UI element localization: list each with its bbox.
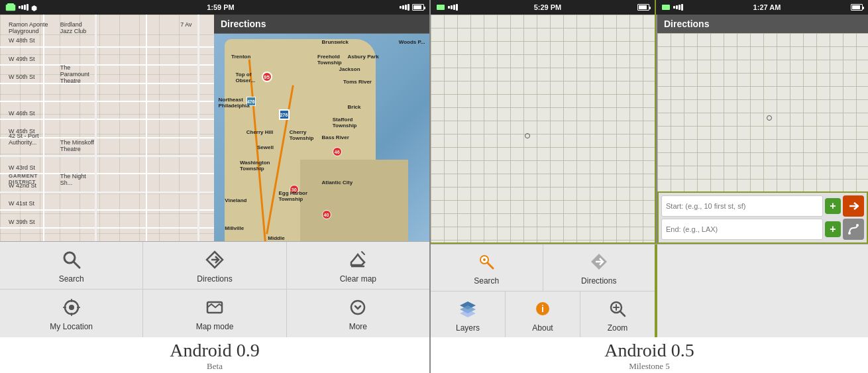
av-8 — [146, 15, 147, 241]
directions-map[interactable]: 95 276 476 30 40 46 Brunswick FreeholdTo… — [214, 34, 429, 241]
start-plus-button[interactable]: + — [825, 198, 841, 214]
status-left-icons: ⬢ — [5, 3, 42, 11]
right-bottom-toolbar: Search Directions — [431, 244, 868, 337]
right-directions-button[interactable]: Directions — [543, 244, 655, 291]
right-map-left[interactable] — [431, 15, 656, 244]
more-button[interactable]: More — [287, 290, 429, 337]
start-row: + — [661, 195, 864, 217]
dir-label-washington: WashingtonTownship — [240, 160, 270, 172]
android-09-title: Android 0.9 — [0, 340, 429, 361]
go-icon — [847, 199, 860, 213]
mapmode-icon — [203, 295, 227, 319]
android-05-subtitle: Milestone 5 — [431, 361, 868, 372]
dir-label-asbury: Asbury Park — [348, 54, 379, 60]
directions-overlay: Directions 95 276 476 30 — [214, 15, 429, 241]
left-time: 1:59 PM — [207, 3, 235, 11]
av-7 — [197, 15, 199, 241]
svg-point-25 — [483, 258, 486, 261]
directions-button[interactable]: Directions — [143, 242, 286, 289]
status-right-icons — [400, 4, 424, 11]
right-time-left: 5:29 PM — [534, 3, 562, 11]
about-button[interactable]: i About — [506, 292, 580, 337]
dir-label-sewell: Sewell — [257, 144, 274, 150]
zoom-button[interactable]: Zoom — [580, 292, 655, 337]
more-label: More — [349, 322, 367, 331]
right-toolbar-row-2: Layers i About — [431, 291, 655, 337]
label-49: W 49th St — [9, 56, 35, 62]
clear-map-button[interactable]: Clear map — [287, 242, 429, 289]
dir-label-vineland: Vineland — [225, 197, 246, 203]
android-05-title: Android 0.5 — [431, 340, 868, 361]
clear-icon — [346, 248, 370, 272]
right-bottom-section — [656, 244, 868, 337]
android-09-subtitle: Beta — [0, 361, 429, 372]
signal-bars-right — [400, 4, 409, 11]
svg-line-34 — [620, 311, 625, 316]
left-bottom-section: Search Directions — [431, 244, 656, 337]
right-dir-map[interactable] — [657, 33, 868, 191]
label-7av: 7 Av — [180, 21, 191, 28]
end-plus-button[interactable]: + — [825, 221, 841, 237]
highway-40: 40 — [322, 210, 331, 219]
svg-text:i: i — [541, 303, 544, 314]
about-icon: i — [531, 297, 555, 321]
av-10 — [43, 15, 44, 241]
map-mode-button[interactable]: Map mode — [143, 290, 286, 337]
dir-label-atlantic: Atlantic City — [322, 180, 353, 186]
label-46: W 46th St — [9, 110, 35, 117]
route-action-icon — [847, 223, 860, 236]
right-directions-panel: Directions + — [656, 15, 868, 244]
clear-map-label: Clear map — [340, 274, 376, 284]
dir-label-bassriver: Bass River — [322, 134, 349, 140]
location-icon — [60, 295, 83, 319]
highway-276: 276 — [279, 109, 290, 120]
more-icon — [346, 295, 370, 319]
my-location-label: My Location — [50, 322, 93, 331]
my-location-button[interactable]: My Location — [0, 290, 143, 337]
dir-label-stafford: StaffordTownship — [333, 117, 357, 129]
end-input[interactable] — [661, 219, 823, 240]
layers-icon — [456, 297, 480, 321]
right-content: Directions + — [431, 15, 868, 244]
right-search-icon — [474, 250, 498, 274]
dir-label-obser: Top ofObser... — [236, 72, 255, 83]
directions-icon — [203, 248, 227, 272]
dir-label-tomsriver: Toms River — [343, 79, 372, 85]
about-label: About — [532, 323, 553, 333]
dir-label-millville: Millville — [225, 225, 244, 231]
android-icon-r — [436, 3, 445, 11]
layers-button[interactable]: Layers — [431, 292, 506, 337]
search-button[interactable]: Search — [0, 242, 143, 289]
right-time-right: 1:27 AM — [753, 3, 781, 11]
battery-right-left — [637, 4, 649, 11]
signal-bars-rr — [673, 4, 683, 11]
dir-label-woodsp: Woods P... — [399, 39, 425, 45]
svg-point-12 — [69, 305, 74, 310]
svg-rect-1 — [7, 3, 14, 7]
start-input[interactable] — [661, 195, 823, 217]
signal-bars-left — [19, 4, 28, 11]
highway-95: 95 — [262, 72, 272, 82]
directions-header: Directions — [214, 15, 429, 34]
left-grid-map — [431, 15, 655, 242]
right-dir-title: Directions — [664, 19, 709, 29]
dir-label-cherry: Cherry Hill — [246, 129, 273, 135]
label-43: W 43rd St — [9, 164, 35, 171]
map-mode-label: Map mode — [196, 322, 234, 331]
signal-bars-rl — [448, 4, 458, 11]
map-area[interactable]: W 48th St W 49th St W 50th St W 46th St … — [0, 15, 429, 241]
main-container: ⬢ 1:59 PM — [0, 0, 868, 337]
toolbar-row-2: My Location Map mode — [0, 290, 429, 337]
zoom-icon — [606, 297, 629, 321]
go-button[interactable] — [843, 195, 864, 217]
dir-label-brunswick: Brunswick — [322, 39, 349, 45]
right-directions-icon — [587, 250, 611, 274]
right-search-button[interactable]: Search — [431, 244, 543, 291]
right-status-icons-rr — [851, 4, 863, 11]
svg-point-18 — [351, 301, 364, 314]
right-dual-status: 5:29 PM 1:27 AM — [431, 0, 868, 15]
right-panel: 5:29 PM 1:27 AM — [431, 0, 868, 337]
route-action-button[interactable] — [843, 219, 864, 240]
label-minskoff: The MinskoffTheatre — [60, 139, 94, 152]
label-ramonaponte: Ramon ApontePlayground — [9, 21, 48, 34]
